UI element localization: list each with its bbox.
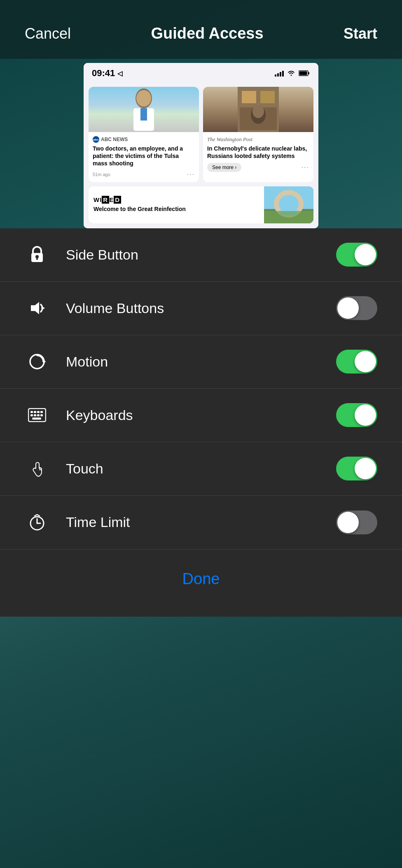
news-footer-abc: 51m ago ··· <box>93 171 195 178</box>
chernobyl-svg <box>238 87 279 132</box>
status-bar: 09:41 ◁ <box>84 63 318 82</box>
guided-access-header: Cancel Guided Access Start <box>0 0 402 59</box>
news-card-body-abc: abc ABC NEWS Two doctors, an employee, a… <box>89 132 199 182</box>
time-limit-toggle[interactable] <box>336 511 377 534</box>
svg-point-13 <box>252 105 264 118</box>
svg-rect-18 <box>264 211 313 223</box>
start-button[interactable]: Start <box>344 25 377 42</box>
news-dots-abc: ··· <box>187 171 195 178</box>
svg-rect-2 <box>308 72 309 74</box>
svg-rect-31 <box>40 411 43 413</box>
phone-screen: 09:41 ◁ <box>84 63 318 228</box>
svg-rect-35 <box>40 414 43 416</box>
keyboard-icon <box>25 408 49 422</box>
news-card-wapo: The Washington Post In Chernobyl's delic… <box>203 87 313 182</box>
news-source-abc: abc ABC NEWS <box>93 136 195 143</box>
volume-buttons-label: Volume Buttons <box>66 300 336 316</box>
time-limit-label: Time Limit <box>66 514 336 530</box>
toggle-knob <box>355 458 376 479</box>
settings-item-side-button: Side Button <box>0 228 402 282</box>
page-title: Guided Access <box>151 25 263 42</box>
svg-rect-30 <box>37 411 40 413</box>
settings-item-touch: Touch <box>0 442 402 496</box>
news-content: abc ABC NEWS Two doctors, an employee, a… <box>84 82 318 228</box>
svg-rect-3 <box>299 72 307 75</box>
svg-line-37 <box>39 468 41 469</box>
news-footer-wapo: See more › ··· <box>207 163 309 172</box>
doctor-figure-svg <box>127 87 160 132</box>
settings-item-volume: Volume Buttons <box>0 282 402 335</box>
phone-container: Cancel Guided Access Start 09:41 ◁ <box>0 0 402 868</box>
svg-point-25 <box>30 355 44 369</box>
status-time: 09:41 ◁ <box>92 68 122 79</box>
svg-rect-36 <box>32 418 41 420</box>
keyboards-toggle[interactable] <box>336 403 377 427</box>
wired-headline: Welcome to the Great Reinfection <box>93 205 259 213</box>
svg-point-0 <box>291 75 292 76</box>
settings-panel: Side Button Volume Buttons <box>0 228 402 617</box>
svg-rect-34 <box>37 414 40 416</box>
toggle-knob <box>355 351 376 372</box>
news-card-wired: WIRED Welcome to the Great Reinfection <box>89 186 313 223</box>
motion-toggle[interactable] <box>336 350 377 374</box>
arch-svg <box>264 186 313 223</box>
svg-rect-6 <box>140 108 147 121</box>
wifi-icon <box>287 70 295 77</box>
timer-icon <box>25 514 49 531</box>
lock-icon <box>25 246 49 264</box>
touch-icon <box>25 459 49 478</box>
keyboards-label: Keyboards <box>66 407 336 423</box>
toggle-knob <box>337 512 359 533</box>
wired-body: WIRED Welcome to the Great Reinfection <box>89 191 264 218</box>
chernobyl-image <box>203 87 313 132</box>
news-dots-wapo: ··· <box>302 164 309 171</box>
touch-toggle[interactable] <box>336 457 377 480</box>
news-headline-wapo: In Chernobyl's delicate nuclear labs, Ru… <box>207 145 309 160</box>
news-card-abc: abc ABC NEWS Two doctors, an employee, a… <box>89 87 199 182</box>
volume-toggle[interactable] <box>336 296 377 320</box>
location-icon: ◁ <box>117 70 122 77</box>
svg-rect-28 <box>30 411 33 413</box>
svg-rect-10 <box>260 91 275 103</box>
svg-rect-32 <box>30 414 33 416</box>
svg-rect-9 <box>242 91 256 103</box>
news-headline-abc: Two doctors, an employee, and a patient:… <box>93 145 195 167</box>
news-time-abc: 51m ago <box>93 172 110 177</box>
done-button[interactable]: Done <box>182 570 220 588</box>
svg-rect-21 <box>36 258 38 260</box>
settings-item-motion: Motion <box>0 335 402 389</box>
volume-icon <box>25 300 49 316</box>
touch-label: Touch <box>66 461 336 477</box>
motion-icon <box>25 353 49 370</box>
side-button-toggle[interactable] <box>336 243 377 267</box>
svg-rect-33 <box>34 414 36 416</box>
cancel-button[interactable]: Cancel <box>25 25 71 42</box>
toggle-knob <box>337 297 359 319</box>
svg-marker-22 <box>31 302 39 314</box>
settings-list: Side Button Volume Buttons <box>0 228 402 549</box>
svg-point-7 <box>136 90 151 107</box>
status-icons <box>275 70 310 77</box>
svg-point-24 <box>43 307 44 309</box>
side-button-label: Side Button <box>66 247 336 263</box>
doctor-image <box>89 87 199 132</box>
motion-label: Motion <box>66 354 336 370</box>
toggle-knob <box>355 404 376 426</box>
svg-point-23 <box>41 307 43 309</box>
wired-logo: WIRED <box>93 196 259 203</box>
settings-item-time-limit: Time Limit <box>0 496 402 549</box>
settings-item-keyboards: Keyboards <box>0 389 402 442</box>
svg-rect-29 <box>34 411 36 413</box>
news-grid: abc ABC NEWS Two doctors, an employee, a… <box>89 87 313 182</box>
toggle-knob <box>355 244 376 265</box>
news-source-wapo: The Washington Post <box>207 136 309 143</box>
wired-image <box>264 186 313 223</box>
signal-icon <box>275 70 284 77</box>
see-more-button[interactable]: See more › <box>207 163 241 172</box>
done-section: Done <box>0 549 402 617</box>
news-card-body-wapo: The Washington Post In Chernobyl's delic… <box>203 132 313 176</box>
battery-icon <box>299 70 310 77</box>
